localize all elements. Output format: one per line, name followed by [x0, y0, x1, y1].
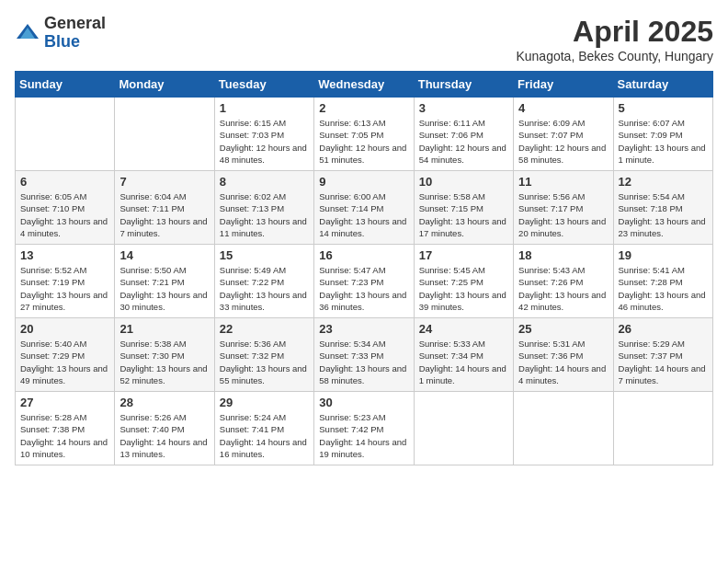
calendar-day-cell — [514, 392, 613, 465]
calendar-day-cell — [16, 98, 115, 171]
weekday-header-cell: Friday — [514, 72, 613, 98]
calendar-day-cell: 1Sunrise: 6:15 AM Sunset: 7:03 PM Daylig… — [214, 98, 313, 171]
day-number: 20 — [20, 322, 109, 336]
day-number: 14 — [119, 248, 209, 262]
calendar-day-cell: 3Sunrise: 6:11 AM Sunset: 7:06 PM Daylig… — [414, 98, 513, 171]
weekday-header-row: SundayMondayTuesdayWednesdayThursdayFrid… — [16, 72, 713, 98]
day-info: Sunrise: 6:04 AM Sunset: 7:11 PM Dayligh… — [119, 190, 209, 239]
calendar-day-cell: 17Sunrise: 5:45 AM Sunset: 7:25 PM Dayli… — [414, 245, 513, 318]
day-number: 7 — [119, 175, 209, 189]
day-number: 22 — [220, 322, 309, 336]
day-number: 30 — [319, 396, 408, 409]
day-info: Sunrise: 5:23 AM Sunset: 7:42 PM Dayligh… — [319, 411, 408, 460]
day-info: Sunrise: 5:34 AM Sunset: 7:33 PM Dayligh… — [319, 338, 408, 386]
day-info: Sunrise: 6:05 AM Sunset: 7:10 PM Dayligh… — [20, 190, 109, 239]
calendar-week-row: 20Sunrise: 5:40 AM Sunset: 7:29 PM Dayli… — [16, 318, 713, 392]
logo-text: General Blue — [44, 15, 106, 52]
calendar-body: 1Sunrise: 6:15 AM Sunset: 7:03 PM Daylig… — [16, 98, 713, 465]
calendar-day-cell: 8Sunrise: 6:02 AM Sunset: 7:13 PM Daylig… — [214, 171, 313, 245]
calendar-day-cell: 26Sunrise: 5:29 AM Sunset: 7:37 PM Dayli… — [613, 318, 712, 392]
day-number: 27 — [20, 396, 109, 409]
day-info: Sunrise: 5:28 AM Sunset: 7:38 PM Dayligh… — [20, 411, 109, 460]
day-number: 25 — [518, 322, 608, 336]
day-info: Sunrise: 5:52 AM Sunset: 7:19 PM Dayligh… — [20, 264, 109, 313]
day-info: Sunrise: 6:13 AM Sunset: 7:05 PM Dayligh… — [319, 117, 408, 166]
day-number: 21 — [119, 322, 209, 336]
calendar-day-cell: 5Sunrise: 6:07 AM Sunset: 7:09 PM Daylig… — [613, 98, 712, 171]
day-number: 29 — [220, 396, 309, 409]
day-number: 23 — [319, 322, 408, 336]
logo-icon — [15, 20, 40, 46]
day-info: Sunrise: 5:54 AM Sunset: 7:18 PM Dayligh… — [619, 190, 708, 239]
weekday-header-cell: Wednesday — [314, 72, 414, 98]
calendar-day-cell: 14Sunrise: 5:50 AM Sunset: 7:21 PM Dayli… — [115, 245, 214, 318]
weekday-header-cell: Monday — [115, 72, 214, 98]
day-info: Sunrise: 6:09 AM Sunset: 7:07 PM Dayligh… — [518, 117, 608, 166]
day-info: Sunrise: 6:02 AM Sunset: 7:13 PM Dayligh… — [220, 190, 309, 239]
calendar-day-cell: 15Sunrise: 5:49 AM Sunset: 7:22 PM Dayli… — [214, 245, 313, 318]
day-number: 15 — [220, 248, 309, 262]
weekday-header-cell: Tuesday — [214, 72, 313, 98]
location-title: Kunagota, Bekes County, Hungary — [516, 49, 713, 63]
day-number: 9 — [319, 175, 408, 189]
day-info: Sunrise: 5:43 AM Sunset: 7:26 PM Dayligh… — [518, 264, 608, 313]
month-title: April 2025 — [516, 15, 713, 49]
calendar-day-cell: 19Sunrise: 5:41 AM Sunset: 7:28 PM Dayli… — [613, 245, 712, 318]
calendar-day-cell: 18Sunrise: 5:43 AM Sunset: 7:26 PM Dayli… — [514, 245, 613, 318]
day-number: 17 — [419, 248, 508, 262]
calendar-day-cell: 12Sunrise: 5:54 AM Sunset: 7:18 PM Dayli… — [613, 171, 712, 245]
calendar-day-cell: 4Sunrise: 6:09 AM Sunset: 7:07 PM Daylig… — [514, 98, 613, 171]
calendar-table: SundayMondayTuesdayWednesdayThursdayFrid… — [15, 71, 713, 465]
day-info: Sunrise: 5:33 AM Sunset: 7:34 PM Dayligh… — [419, 338, 508, 386]
day-info: Sunrise: 5:58 AM Sunset: 7:15 PM Dayligh… — [419, 190, 508, 239]
day-number: 18 — [518, 248, 608, 262]
weekday-header-cell: Thursday — [414, 72, 513, 98]
calendar-day-cell: 7Sunrise: 6:04 AM Sunset: 7:11 PM Daylig… — [115, 171, 214, 245]
day-info: Sunrise: 5:49 AM Sunset: 7:22 PM Dayligh… — [220, 264, 309, 313]
title-block: April 2025 Kunagota, Bekes County, Hunga… — [516, 15, 713, 63]
calendar-day-cell: 16Sunrise: 5:47 AM Sunset: 7:23 PM Dayli… — [314, 245, 414, 318]
day-number: 16 — [319, 248, 408, 262]
calendar-day-cell — [115, 98, 214, 171]
calendar-day-cell: 21Sunrise: 5:38 AM Sunset: 7:30 PM Dayli… — [115, 318, 214, 392]
calendar-day-cell: 13Sunrise: 5:52 AM Sunset: 7:19 PM Dayli… — [16, 245, 115, 318]
calendar-day-cell: 30Sunrise: 5:23 AM Sunset: 7:42 PM Dayli… — [314, 392, 414, 465]
day-number: 1 — [220, 101, 309, 115]
logo: General Blue — [15, 15, 106, 52]
calendar-day-cell: 25Sunrise: 5:31 AM Sunset: 7:36 PM Dayli… — [514, 318, 613, 392]
weekday-header-cell: Saturday — [613, 72, 712, 98]
day-number: 10 — [419, 175, 508, 189]
day-number: 6 — [20, 175, 109, 189]
calendar-day-cell — [613, 392, 712, 465]
calendar-day-cell: 11Sunrise: 5:56 AM Sunset: 7:17 PM Dayli… — [514, 171, 613, 245]
day-info: Sunrise: 5:29 AM Sunset: 7:37 PM Dayligh… — [619, 338, 708, 386]
page-header: General Blue April 2025 Kunagota, Bekes … — [15, 15, 713, 63]
calendar-day-cell — [414, 392, 513, 465]
calendar-day-cell: 27Sunrise: 5:28 AM Sunset: 7:38 PM Dayli… — [16, 392, 115, 465]
calendar-day-cell: 22Sunrise: 5:36 AM Sunset: 7:32 PM Dayli… — [214, 318, 313, 392]
day-info: Sunrise: 5:24 AM Sunset: 7:41 PM Dayligh… — [220, 411, 309, 460]
day-number: 24 — [419, 322, 508, 336]
calendar-day-cell: 20Sunrise: 5:40 AM Sunset: 7:29 PM Dayli… — [16, 318, 115, 392]
day-info: Sunrise: 6:07 AM Sunset: 7:09 PM Dayligh… — [619, 117, 708, 166]
calendar-day-cell: 29Sunrise: 5:24 AM Sunset: 7:41 PM Dayli… — [214, 392, 313, 465]
day-number: 8 — [220, 175, 309, 189]
day-number: 26 — [619, 322, 708, 336]
day-info: Sunrise: 5:45 AM Sunset: 7:25 PM Dayligh… — [419, 264, 508, 313]
day-info: Sunrise: 5:40 AM Sunset: 7:29 PM Dayligh… — [20, 338, 109, 386]
day-number: 4 — [518, 101, 608, 115]
day-info: Sunrise: 5:41 AM Sunset: 7:28 PM Dayligh… — [619, 264, 708, 313]
logo-general: General — [44, 15, 106, 33]
day-info: Sunrise: 6:11 AM Sunset: 7:06 PM Dayligh… — [419, 117, 508, 166]
day-info: Sunrise: 5:36 AM Sunset: 7:32 PM Dayligh… — [220, 338, 309, 386]
day-info: Sunrise: 6:00 AM Sunset: 7:14 PM Dayligh… — [319, 190, 408, 239]
day-info: Sunrise: 5:56 AM Sunset: 7:17 PM Dayligh… — [518, 190, 608, 239]
day-number: 13 — [20, 248, 109, 262]
calendar-day-cell: 9Sunrise: 6:00 AM Sunset: 7:14 PM Daylig… — [314, 171, 414, 245]
calendar-day-cell: 6Sunrise: 6:05 AM Sunset: 7:10 PM Daylig… — [16, 171, 115, 245]
day-number: 12 — [619, 175, 708, 189]
calendar-day-cell: 2Sunrise: 6:13 AM Sunset: 7:05 PM Daylig… — [314, 98, 414, 171]
day-info: Sunrise: 5:47 AM Sunset: 7:23 PM Dayligh… — [319, 264, 408, 313]
calendar-day-cell: 23Sunrise: 5:34 AM Sunset: 7:33 PM Dayli… — [314, 318, 414, 392]
calendar-week-row: 1Sunrise: 6:15 AM Sunset: 7:03 PM Daylig… — [16, 98, 713, 171]
